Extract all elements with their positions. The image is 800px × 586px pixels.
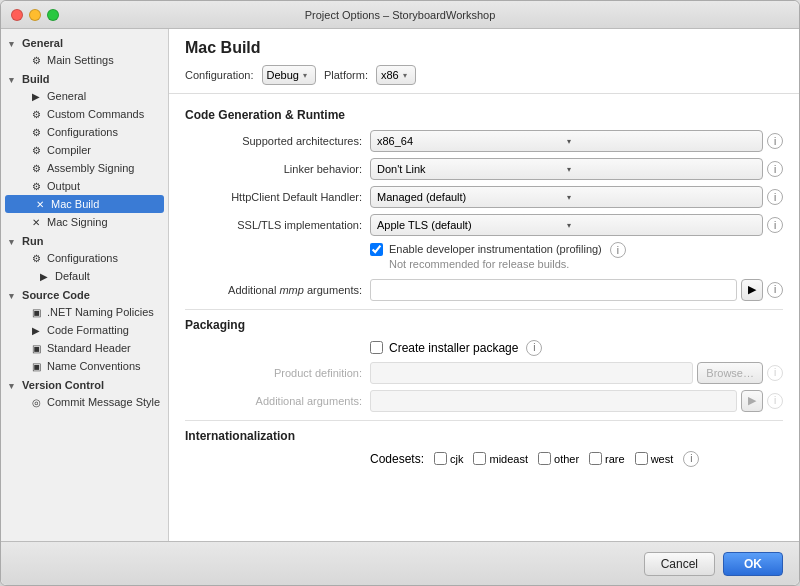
config-arrow-icon: ▾ xyxy=(303,71,307,80)
ssl-dropdown[interactable]: Apple TLS (default) ▾ xyxy=(370,214,763,236)
codesets-label: Codesets: xyxy=(370,452,424,466)
form-row-httpclient: HttpClient Default Handler: Managed (def… xyxy=(185,186,783,208)
divider-2 xyxy=(185,420,783,421)
codeset-rare-checkbox[interactable] xyxy=(589,452,602,465)
product-def-input xyxy=(370,362,693,384)
maximize-button[interactable] xyxy=(47,9,59,21)
create-installer-label: Create installer package xyxy=(389,341,518,355)
sidebar-item-run-default[interactable]: ▶ Default xyxy=(1,267,168,285)
pkg-args-content: ▶ i xyxy=(370,390,783,412)
create-installer-checkbox[interactable] xyxy=(370,341,383,354)
mmp-label: Additional mmp arguments: xyxy=(185,284,370,296)
httpclient-dropdown-arrow-icon: ▾ xyxy=(567,193,757,202)
sidebar-item-run-configurations[interactable]: ⚙ Configurations xyxy=(1,249,168,267)
codeset-west: west xyxy=(635,452,674,465)
gear-icon: ⚙ xyxy=(29,125,43,139)
config-select[interactable]: Debug ▾ xyxy=(262,65,316,85)
section-title-code-gen: Code Generation & Runtime xyxy=(185,108,783,122)
form-row-pkg-args: Additional arguments: ▶ i xyxy=(185,390,783,412)
devtools-checkbox[interactable] xyxy=(370,243,383,256)
ssl-label: SSL/TLS implementation: xyxy=(185,219,370,231)
devtools-sublabel: Not recommended for release builds. xyxy=(389,257,602,272)
arch-label: Supported architectures: xyxy=(185,135,370,147)
linker-info-icon[interactable]: i xyxy=(767,161,783,177)
sidebar: ▾ General ⚙ Main Settings ▾ Build ▶ Gene… xyxy=(1,29,169,541)
section-title-packaging: Packaging xyxy=(185,318,783,332)
panel-title: Mac Build xyxy=(185,39,783,57)
expand-vc-icon: ▾ xyxy=(9,381,19,391)
sidebar-section-source-code: ▾ Source Code xyxy=(1,285,168,303)
platform-label: Platform: xyxy=(324,69,368,81)
codeset-other-checkbox[interactable] xyxy=(538,452,551,465)
devtools-info-icon[interactable]: i xyxy=(610,242,626,258)
form-row-linker: Linker behavior: Don't Link ▾ i xyxy=(185,158,783,180)
sidebar-item-net-naming[interactable]: ▣ .NET Naming Policies xyxy=(1,303,168,321)
sidebar-item-commit-message[interactable]: ◎ Commit Message Style xyxy=(1,393,168,411)
circle-icon: ◎ xyxy=(29,395,43,409)
codeset-mideast-checkbox[interactable] xyxy=(473,452,486,465)
form-row-arch: Supported architectures: x86_64 ▾ i xyxy=(185,130,783,152)
expand-icon: ▶ xyxy=(29,323,43,337)
codeset-cjk-checkbox[interactable] xyxy=(434,452,447,465)
sidebar-item-compiler[interactable]: ⚙ Compiler xyxy=(1,141,168,159)
httpclient-label: HttpClient Default Handler: xyxy=(185,191,370,203)
httpclient-content: Managed (default) ▾ i xyxy=(370,186,783,208)
form-row-product-def: Product definition: Browse… i xyxy=(185,362,783,384)
gear-icon: ⚙ xyxy=(29,143,43,157)
cancel-button[interactable]: Cancel xyxy=(644,552,715,576)
expand-source-icon: ▾ xyxy=(9,291,19,301)
linker-label: Linker behavior: xyxy=(185,163,370,175)
linker-dropdown[interactable]: Don't Link ▾ xyxy=(370,158,763,180)
panel-header: Mac Build Configuration: Debug ▾ Platfor… xyxy=(169,29,799,94)
codeset-cjk: cjk xyxy=(434,452,463,465)
product-def-browse-button: Browse… xyxy=(697,362,763,384)
divider-1 xyxy=(185,309,783,310)
sidebar-item-mac-signing[interactable]: ✕ Mac Signing xyxy=(1,213,168,231)
ssl-info-icon[interactable]: i xyxy=(767,217,783,233)
platform-select[interactable]: x86 ▾ xyxy=(376,65,416,85)
pkg-args-input xyxy=(370,390,737,412)
sidebar-item-mac-build[interactable]: ✕ Mac Build xyxy=(5,195,164,213)
pkg-args-label: Additional arguments: xyxy=(185,395,370,407)
gear-icon: ⚙ xyxy=(29,107,43,121)
create-installer-row: Create installer package i xyxy=(185,340,783,356)
grid-icon: ▣ xyxy=(29,359,43,373)
arch-info-icon[interactable]: i xyxy=(767,133,783,149)
sidebar-item-name-conventions[interactable]: ▣ Name Conventions xyxy=(1,357,168,375)
ok-button[interactable]: OK xyxy=(723,552,783,576)
linker-dropdown-arrow-icon: ▾ xyxy=(567,165,757,174)
sidebar-item-assembly-signing[interactable]: ⚙ Assembly Signing xyxy=(1,159,168,177)
codesets-info-icon[interactable]: i xyxy=(683,451,699,467)
sidebar-section-build: ▾ Build xyxy=(1,69,168,87)
httpclient-dropdown[interactable]: Managed (default) ▾ xyxy=(370,186,763,208)
pkg-args-arrow-button: ▶ xyxy=(741,390,763,412)
sidebar-item-output[interactable]: ⚙ Output xyxy=(1,177,168,195)
sidebar-item-code-formatting[interactable]: ▶ Code Formatting xyxy=(1,321,168,339)
config-label: Configuration: xyxy=(185,69,254,81)
codeset-rare: rare xyxy=(589,452,625,465)
sidebar-item-configurations[interactable]: ⚙ Configurations xyxy=(1,123,168,141)
traffic-lights xyxy=(11,9,59,21)
arch-dropdown-arrow-icon: ▾ xyxy=(567,137,757,146)
mmp-arrow-button[interactable]: ▶ xyxy=(741,279,763,301)
arch-dropdown[interactable]: x86_64 ▾ xyxy=(370,130,763,152)
sidebar-item-build-general[interactable]: ▶ General xyxy=(1,87,168,105)
play-icon: ▶ xyxy=(37,269,51,283)
ssl-dropdown-arrow-icon: ▾ xyxy=(567,221,757,230)
title-bar: Project Options – StoryboardWorkshop xyxy=(1,1,799,29)
platform-arrow-icon: ▾ xyxy=(403,71,407,80)
product-def-label: Product definition: xyxy=(185,367,370,379)
sidebar-item-custom-commands[interactable]: ⚙ Custom Commands xyxy=(1,105,168,123)
mmp-info-icon[interactable]: i xyxy=(767,282,783,298)
httpclient-info-icon[interactable]: i xyxy=(767,189,783,205)
close-button[interactable] xyxy=(11,9,23,21)
section-title-intl: Internationalization xyxy=(185,429,783,443)
form-row-mmp: Additional mmp arguments: ▶ i xyxy=(185,279,783,301)
mmp-input[interactable] xyxy=(370,279,737,301)
codeset-west-checkbox[interactable] xyxy=(635,452,648,465)
sidebar-item-standard-header[interactable]: ▣ Standard Header xyxy=(1,339,168,357)
sidebar-item-main-settings[interactable]: ⚙ Main Settings xyxy=(1,51,168,69)
grid-icon: ▣ xyxy=(29,341,43,355)
minimize-button[interactable] xyxy=(29,9,41,21)
create-installer-info-icon[interactable]: i xyxy=(526,340,542,356)
